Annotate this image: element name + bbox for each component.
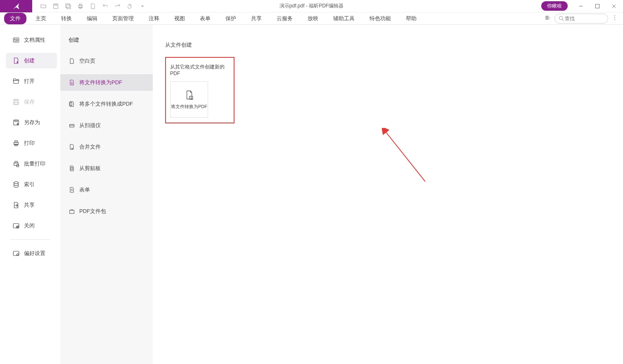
svg-rect-52	[71, 167, 73, 169]
undo-icon[interactable]	[99, 0, 111, 12]
svg-rect-1	[54, 4, 57, 5]
svg-point-16	[614, 15, 615, 16]
svg-rect-13	[546, 19, 549, 19]
nav-label: 共享	[24, 201, 35, 209]
sub-pdf-package[interactable]: PDF文件包	[60, 203, 153, 220]
search-input[interactable]	[565, 16, 602, 21]
nav-close[interactable]: 关闭	[0, 218, 60, 234]
ribbon-tab-help[interactable]: 帮助	[400, 13, 422, 24]
sub-blank-page[interactable]: 空白页	[60, 53, 153, 69]
print-icon[interactable]	[74, 0, 87, 12]
nav-label: 保存	[24, 98, 35, 106]
svg-line-15	[562, 19, 564, 21]
svg-point-38	[14, 182, 19, 184]
ribbon-tab-form[interactable]: 表单	[194, 13, 216, 24]
divider	[10, 239, 50, 240]
qat-dropdown-icon[interactable]	[136, 0, 149, 12]
svg-rect-47	[69, 102, 72, 106]
sub-label: 将多个文件转换成PDF	[79, 100, 133, 108]
nav-label: 批量打印	[24, 160, 45, 168]
nav-label: 偏好设置	[24, 250, 45, 257]
sub-merge-files[interactable]: 合并文件	[60, 139, 153, 155]
nav-label: 索引	[24, 181, 35, 188]
open-icon[interactable]	[37, 0, 50, 12]
app-logo	[0, 0, 32, 12]
nav-label: 创建	[24, 57, 35, 64]
promo-button[interactable]: 你瞅啥	[541, 1, 568, 11]
titlebar: 演示pdf.pdf - 福昕PDF编辑器 你瞅啥	[0, 0, 623, 12]
kebab-menu-icon[interactable]	[611, 14, 618, 22]
svg-rect-27	[15, 99, 17, 101]
svg-point-37	[17, 165, 19, 167]
svg-rect-35	[14, 163, 19, 165]
nav-label: 另存为	[24, 119, 40, 126]
redo-icon[interactable]	[111, 0, 124, 12]
sub-multi-convert[interactable]: 将多个文件转换成PDF	[60, 96, 153, 112]
close-button[interactable]	[606, 0, 621, 12]
sub-convert-file[interactable]: 将文件转换为PDF	[60, 74, 153, 91]
sub-from-scanner[interactable]: 从扫描仪	[60, 117, 153, 134]
sub-label: 将文件转换为PDF	[79, 79, 122, 86]
nav-share[interactable]: 共享	[0, 197, 60, 213]
ribbon-tab-edit[interactable]: 编辑	[81, 13, 103, 24]
content-area: 从文件创建 从其它格式文件创建新的PDF 将文件转换为PDF	[153, 25, 623, 364]
svg-rect-48	[70, 124, 74, 127]
svg-line-58	[385, 131, 425, 182]
svg-rect-11	[546, 16, 549, 17]
ribbon-tab-file[interactable]: 文件	[4, 13, 26, 24]
convert-file-tile[interactable]: 将文件转换为PDF	[170, 81, 208, 118]
submenu-title: 创建	[60, 36, 153, 44]
svg-rect-32	[14, 142, 19, 145]
window-title: 演示pdf.pdf - 福昕PDF编辑器	[280, 2, 343, 9]
ribbon-tab-cloud[interactable]: 云服务	[271, 13, 298, 24]
ribbon-tab-share[interactable]: 共享	[245, 13, 268, 24]
highlight-label: 从其它格式文件创建新的PDF	[170, 64, 230, 76]
save-all-icon[interactable]	[62, 0, 74, 12]
svg-rect-36	[15, 161, 17, 163]
ribbon-options-icon[interactable]	[545, 14, 551, 22]
hand-icon[interactable]	[124, 0, 136, 12]
sub-form[interactable]: 表单	[60, 182, 153, 198]
nav-label: 文档属性	[24, 36, 45, 44]
file-menu-sidebar: 文档属性 创建 打开 保存 另存为 打印 批量打印 索引	[0, 25, 60, 364]
sub-label: 合并文件	[79, 143, 101, 151]
sub-label: 空白页	[79, 57, 95, 65]
svg-rect-28	[14, 102, 18, 104]
ribbon: 文件 主页 转换 编辑 页面管理 注释 视图 表单 保护 共享 云服务 放映 辅…	[0, 12, 623, 25]
ribbon-tab-protect[interactable]: 保护	[220, 13, 242, 24]
nav-print[interactable]: 打印	[0, 135, 60, 151]
nav-save-as[interactable]: 另存为	[0, 115, 60, 130]
ribbon-tab-accessibility[interactable]: 辅助工具	[327, 13, 360, 24]
new-doc-icon[interactable]	[87, 0, 99, 12]
tile-label: 将文件转换为PDF	[171, 104, 207, 110]
search-box[interactable]	[554, 14, 608, 24]
ribbon-tab-view[interactable]: 视图	[168, 13, 191, 24]
annotation-highlight-box: 从其它格式文件创建新的PDF 将文件转换为PDF	[165, 57, 235, 123]
minimize-button[interactable]	[573, 0, 588, 12]
annotation-arrow	[382, 128, 431, 186]
content-title: 从文件创建	[165, 41, 611, 49]
nav-create[interactable]: 创建	[6, 53, 57, 69]
ribbon-tab-page[interactable]: 页面管理	[107, 13, 140, 24]
ribbon-tab-home[interactable]: 主页	[30, 13, 52, 24]
create-submenu: 创建 空白页 将文件转换为PDF 将多个文件转换成PDF 从扫描仪 合并文件 从…	[60, 25, 153, 364]
nav-label: 打开	[24, 78, 35, 85]
ribbon-tab-comment[interactable]: 注释	[143, 13, 165, 24]
maximize-button[interactable]	[590, 0, 605, 12]
svg-rect-44	[13, 251, 19, 256]
svg-point-17	[614, 17, 615, 18]
nav-batch-print[interactable]: 批量打印	[0, 156, 60, 172]
save-icon[interactable]	[50, 0, 62, 12]
nav-index[interactable]: 索引	[0, 177, 60, 192]
ribbon-tab-convert[interactable]: 转换	[55, 13, 78, 24]
svg-point-18	[614, 19, 615, 20]
sub-from-clipboard[interactable]: 从剪贴板	[60, 160, 153, 177]
svg-rect-55	[70, 210, 74, 213]
nav-open[interactable]: 打开	[0, 73, 60, 89]
svg-rect-12	[546, 17, 549, 18]
nav-properties[interactable]: 文档属性	[0, 32, 60, 48]
nav-save: 保存	[0, 94, 60, 110]
nav-preferences[interactable]: 偏好设置	[0, 246, 60, 261]
ribbon-tab-present[interactable]: 放映	[302, 13, 324, 24]
ribbon-tab-special[interactable]: 特色功能	[364, 13, 397, 24]
